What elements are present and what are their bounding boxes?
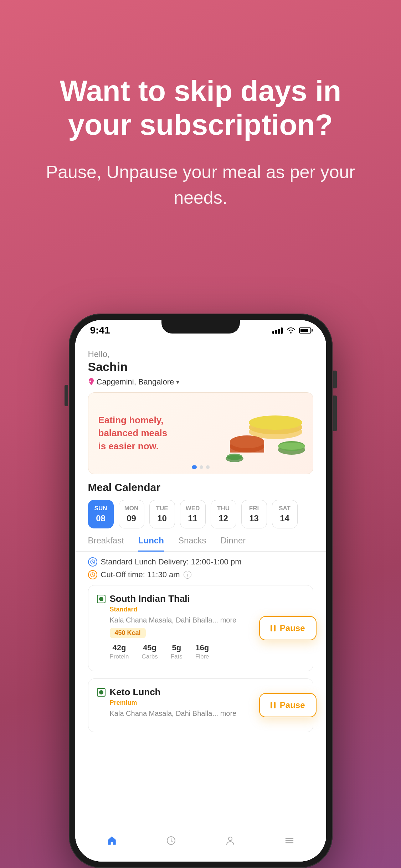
wifi-icon [286,327,295,334]
veg-indicator-1 [97,595,106,603]
svg-point-5 [230,435,264,448]
cal-num-sat: 14 [280,513,289,523]
fats-val: 5g [172,643,181,652]
hero-title: Want to skip days in your subscription? [29,74,372,141]
calendar-strip: SUN 08 MON 09 TUE 10 WED 11 [75,500,326,528]
calendar-day-thu[interactable]: THU 12 [211,500,236,528]
signal-icon [272,327,283,334]
cal-num-thu: 12 [219,513,228,523]
calendar-day-tue[interactable]: TUE 10 [149,500,175,528]
cal-dow-sat: SAT [279,505,291,512]
profile-icon [224,834,237,847]
tab-snacks[interactable]: Snacks [178,536,206,552]
calendar-day-fri[interactable]: FRI 13 [241,500,267,528]
svg-rect-14 [274,625,276,631]
svg-point-2 [249,415,302,430]
nutrition-fats: 5g Fats [171,643,182,660]
cal-dow-fri: FRI [249,505,259,512]
menu-icon [283,834,296,847]
banner-dots [192,465,210,469]
nav-home[interactable] [106,834,118,847]
svg-point-10 [227,454,242,460]
cal-num-wed: 11 [188,513,197,523]
pause-icon-1 [271,625,276,631]
cal-dow-mon: MON [124,505,139,512]
cal-num-mon: 09 [127,513,136,523]
cutoff-clock-icon [88,570,97,579]
meal-badge-1: Standard [110,606,304,613]
tab-lunch[interactable]: Lunch [138,536,164,552]
banner-card[interactable]: Eating homely, balanced meals is easier … [88,392,313,474]
tab-dinner[interactable]: Dinner [221,536,246,552]
nutrition-carbs: 45g Carbs [142,643,158,660]
status-time: 9:41 [90,325,110,336]
cal-dow-wed: WED [186,505,200,512]
pause-icon-2 [271,702,276,708]
pause-button-2[interactable]: Pause [259,693,317,717]
svg-point-18 [228,837,232,841]
nutrition-fibre: 16g Fibre [195,643,209,660]
home-icon [106,834,118,847]
greeting-text: Hello, [88,349,313,359]
status-icons [272,327,311,334]
meal-tabs: Breakfast Lunch Snacks Dinner [75,536,326,552]
phone-screen: 9:41 [75,320,326,862]
pause-label-1: Pause [280,623,305,633]
protein-val: 42g [112,643,126,652]
svg-rect-15 [271,702,272,708]
tab-breakfast[interactable]: Breakfast [88,536,124,552]
nav-menu[interactable] [283,834,296,847]
cutoff-time-row: Cut-Off time: 11:30 am i [88,570,313,579]
phone-mockup: 9:41 [69,314,333,868]
svg-rect-13 [271,625,272,631]
kcal-badge-1: 450 Kcal [110,628,146,638]
nutrition-protein: 42g Protein [110,643,129,660]
location-row[interactable]: Capgemini, Bangalore ▾ [88,377,313,387]
pause-label-2: Pause [280,700,305,710]
carbs-label: Carbs [142,653,158,660]
banner-text: Eating homely, balanced meals is easier … [98,414,170,453]
battery-icon [299,327,311,334]
calendar-day-sun[interactable]: SUN 08 [88,500,114,528]
protein-label: Protein [110,653,129,660]
location-chevron-icon: ▾ [176,378,179,386]
calendar-day-sat[interactable]: SAT 14 [272,500,298,528]
meal-card-south-indian: South Indian Thali Standard Kala Chana M… [88,585,313,671]
nav-nutrition[interactable] [165,834,178,847]
phone-notch [161,320,240,334]
cutoff-time-text: Cut-Off time: 11:30 am [101,570,180,579]
calendar-day-mon[interactable]: MON 09 [119,500,144,528]
dot-1 [192,465,197,469]
fibre-label: Fibre [195,653,209,660]
svg-point-8 [278,443,305,450]
side-button-right-top [333,371,337,388]
veg-indicator-2 [97,688,106,697]
pause-button-1[interactable]: Pause [259,616,317,640]
nav-profile[interactable] [224,834,237,847]
fibre-val: 16g [195,643,209,652]
info-circle-icon: i [184,571,191,579]
dot-2 [200,465,203,469]
delivery-clock-icon [88,557,97,567]
side-button-left [65,385,68,406]
location-text: Capgemini, Bangalore [97,377,174,387]
calendar-day-wed[interactable]: WED 11 [180,500,206,528]
meal-card-keto: Keto Lunch Premium Kala Chana Masala, Da… [88,678,313,732]
location-pin-icon [88,378,94,386]
cal-dow-tue: TUE [156,505,168,512]
cal-num-fri: 13 [249,513,259,523]
nutrition-row-1: 42g Protein 45g Carbs 5g [110,643,304,660]
user-name: Sachin [88,360,313,374]
meal-cards-list: South Indian Thali Standard Kala Chana M… [75,585,326,732]
banner-food-image [220,393,313,474]
app-header: Hello, Sachin Capgemini, Bangalore ▾ [75,341,326,392]
hero-subtitle: Pause, Unpause your meal as per your nee… [29,159,372,211]
carbs-val: 45g [143,643,156,652]
delivery-time-text: Standard Lunch Delivery: 12:00-1:00 pm [101,557,242,567]
cal-dow-sun: SUN [94,505,107,512]
cal-dow-thu: THU [217,505,230,512]
delivery-time-row: Standard Lunch Delivery: 12:00-1:00 pm [88,557,313,567]
delivery-info: Standard Lunch Delivery: 12:00-1:00 pm C… [75,557,326,579]
dot-3 [206,465,210,469]
fats-label: Fats [171,653,182,660]
